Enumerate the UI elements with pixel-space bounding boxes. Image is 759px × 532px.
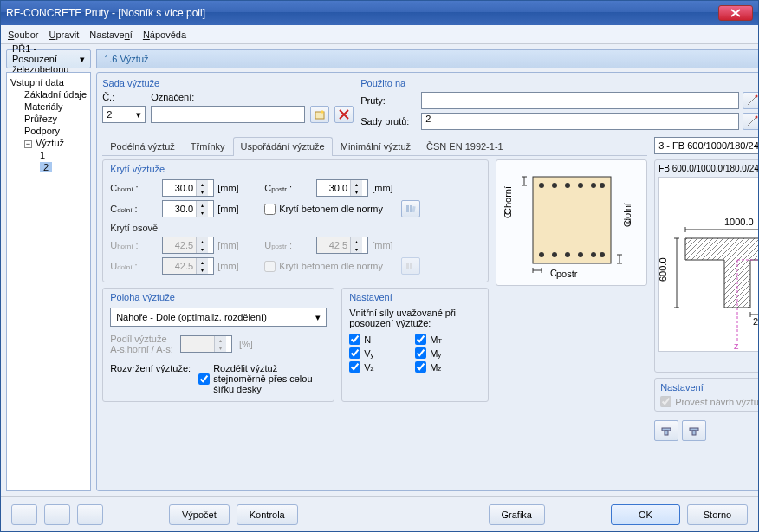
sada-c-label: Č.:	[102, 92, 146, 102]
chevron-down-icon: ▾	[315, 312, 321, 323]
svg-text:1000.0: 1000.0	[724, 217, 754, 227]
tree-vyztuz-1[interactable]: 1	[9, 149, 88, 161]
tab-podelna[interactable]: Podélná výztuž	[102, 137, 183, 155]
menu-nastaveni[interactable]: Nastavení	[89, 29, 133, 40]
cpostr-label: Cpostr :	[264, 183, 313, 193]
chk-my[interactable]: My	[415, 347, 481, 359]
tree-toggle-icon[interactable]: −	[24, 140, 32, 148]
mm-label: [mm]	[658, 355, 759, 368]
pick-pruty-button[interactable]	[743, 92, 759, 109]
chevron-down-icon: ▾	[136, 109, 141, 120]
svg-point-12	[578, 183, 583, 188]
chk-mt[interactable]: MT	[415, 334, 481, 345]
svg-rect-36	[692, 431, 696, 435]
kontrola-button[interactable]: Kontrola	[237, 504, 298, 525]
toolbar-button-2[interactable]	[682, 420, 706, 441]
next-button[interactable]	[77, 504, 103, 525]
chorni-label: Chorní :	[110, 183, 159, 193]
menu-soubor[interactable]: Soubor	[8, 29, 38, 40]
help-button[interactable]: ?	[11, 504, 37, 525]
poloha-select[interactable]: Nahoře - Dole (optimaliz. rozdělení)▾	[110, 308, 327, 327]
svg-text:z: z	[734, 341, 739, 351]
tab-usporadani[interactable]: Uspořádání výztuže	[233, 137, 333, 156]
menu-napoveda[interactable]: Nápověda	[143, 29, 186, 40]
grafika-button[interactable]: Grafika	[489, 504, 545, 525]
svg-point-13	[591, 183, 596, 188]
library-icon	[405, 204, 416, 214]
group-poloha: Poloha výztuže Nahoře - Dole (optimaliz.…	[102, 288, 334, 402]
tab-csn[interactable]: ČSN EN 1992-1-1	[418, 137, 511, 155]
uhorni-input: ▴▾	[162, 237, 214, 254]
library-icon	[405, 261, 416, 271]
section-select[interactable]: 3 - FB 600/1000/180/240 ▾	[654, 137, 759, 154]
group-nastaveni-2: Nastavení Provést návrh výztuže	[654, 378, 759, 412]
tree-podpory[interactable]: Podpory	[9, 125, 88, 137]
vypocet-button[interactable]: Výpočet	[169, 504, 230, 525]
rozvrzeni-checkbox[interactable]: Rozdělit výztuž stejnoměrně přes celou š…	[198, 363, 327, 394]
chk-vy[interactable]: Vy	[349, 347, 415, 359]
svg-point-14	[600, 183, 605, 188]
tree-vyztuz[interactable]: −Výztuž	[9, 137, 88, 149]
pick-icon	[746, 115, 758, 127]
chk-n[interactable]: N	[349, 334, 415, 345]
section-svg: 1000.0 180.0 600.0 240.0 y z	[659, 178, 759, 351]
cpostr-input[interactable]: ▴▾	[316, 179, 368, 197]
group-sada-vyztuze: Sada výztuže Č.: Označení: 2▾	[102, 78, 354, 130]
chk-vz[interactable]: Vz	[349, 361, 415, 373]
svg-rect-6	[406, 263, 409, 269]
close-button[interactable]	[718, 5, 753, 21]
main-panel: Sada výztuže Č.: Označení: 2▾	[96, 72, 759, 491]
provest-checkbox: Provést návrh výztuže	[660, 396, 759, 407]
svg-rect-4	[410, 205, 412, 212]
cdolni-label: Cdolní :	[110, 204, 159, 214]
delete-button[interactable]	[334, 106, 354, 123]
sady-label: Sady prutů:	[360, 116, 418, 127]
close-icon	[730, 9, 741, 17]
pruty-input[interactable]	[421, 92, 739, 109]
tree-root[interactable]: Vstupní data	[9, 76, 88, 88]
cdolni-input[interactable]: ▴▾	[162, 200, 214, 217]
svg-text:postr: postr	[556, 269, 578, 279]
sada-title: Sada výztuže	[102, 78, 354, 88]
section-caption: FB 600.0/1000.0/180.0/240.0	[658, 164, 759, 173]
kryti-norma-button[interactable]	[401, 200, 420, 217]
window-title: RF-CONCRETE Pruty - [Nosník s více poli]	[6, 7, 718, 19]
bottom-bar: ? Výpočet Kontrola Grafika OK Storno	[1, 496, 758, 531]
nastaveni-subtitle: Vnitřní síly uvažované při posouzení výz…	[349, 308, 481, 328]
menu-upravit[interactable]: Upravit	[49, 29, 79, 40]
storno-button[interactable]: Storno	[687, 504, 748, 525]
svg-rect-8	[533, 177, 611, 263]
tree-vyztuz-2[interactable]: 2	[9, 161, 88, 173]
sada-ozn-input[interactable]	[151, 106, 305, 123]
kryti-norma-checkbox-2: Krytí betonem dle normy	[264, 261, 398, 272]
tree-zakladni[interactable]: Základní údaje	[9, 88, 88, 101]
kryti-title: Krytí výztuže	[110, 164, 165, 174]
pick-sady-button[interactable]	[743, 113, 759, 130]
tree-prurezy[interactable]: Průřezy	[9, 113, 88, 125]
svg-point-1	[756, 95, 758, 98]
podil-label-1: Podíl výztuže	[110, 334, 173, 344]
prev-button[interactable]	[44, 504, 70, 525]
upostr-label: Upostr :	[264, 240, 313, 250]
new-button[interactable]	[310, 106, 329, 123]
tab-trminky[interactable]: Třmínky	[183, 137, 233, 155]
module-select[interactable]: PŘ1 - Posouzení železobetonu ▾	[6, 49, 91, 68]
svg-rect-3	[406, 205, 409, 212]
tab-bar: Podélná výztuž Třmínky Uspořádání výztuž…	[102, 137, 647, 156]
udolni-input: ▴▾	[162, 257, 214, 275]
svg-point-11	[565, 183, 570, 188]
chorni-input[interactable]: ▴▾	[162, 179, 214, 197]
ok-button[interactable]: OK	[611, 504, 680, 525]
sada-c-select[interactable]: 2▾	[102, 106, 146, 123]
breadcrumb: 1.6 Výztuž	[96, 49, 759, 68]
tree-materialy[interactable]: Materiály	[9, 101, 88, 113]
chk-mz[interactable]: Mz	[415, 361, 481, 373]
uhorni-label: Uhorní :	[110, 240, 159, 250]
sady-input[interactable]: 2	[421, 113, 739, 130]
navigation-tree[interactable]: Vstupní data Základní údaje Materiály Pr…	[6, 72, 91, 491]
kryti-norma-checkbox[interactable]: Krytí betonem dle normy	[264, 204, 398, 215]
kryti-norma-button-2	[401, 257, 420, 275]
tab-minimalni[interactable]: Minimální výztuž	[333, 137, 418, 155]
nastaveni-title: Nastavení	[349, 292, 392, 302]
toolbar-button-1[interactable]	[654, 420, 678, 441]
